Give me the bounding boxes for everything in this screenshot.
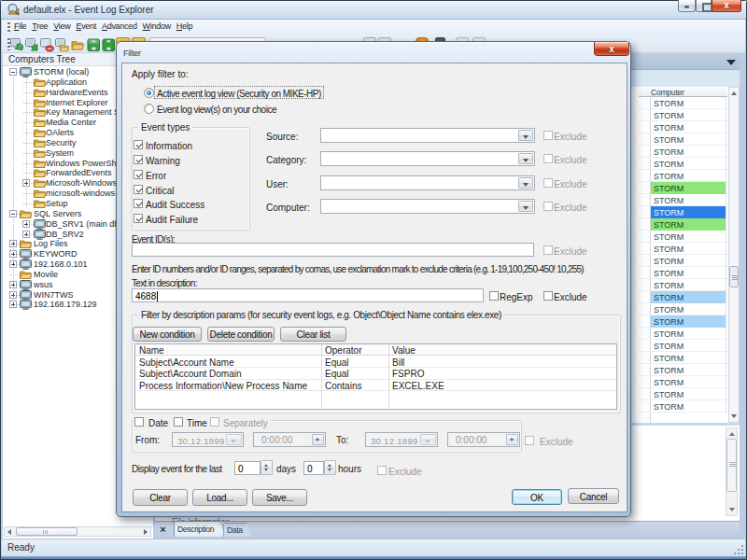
separately-checkbox[interactable] [210, 417, 219, 427]
to-date-dropdown[interactable] [420, 434, 436, 445]
time-checkbox[interactable] [174, 417, 183, 427]
menu-item[interactable]: View [50, 20, 73, 35]
grid-row[interactable]: STORM [639, 243, 727, 255]
from-time-input[interactable]: 0:00:00 [253, 432, 326, 447]
save-file-green-icon[interactable] [102, 38, 116, 52]
tree-expander[interactable] [9, 210, 17, 217]
grid-row[interactable]: STORM [639, 121, 727, 133]
open-log-computer-icon[interactable] [10, 38, 24, 52]
tree-expander[interactable] [9, 291, 17, 299]
scroll-up-icon[interactable] [731, 91, 737, 95]
resize-grip[interactable] [734, 545, 743, 554]
grid-row[interactable]: STORM [639, 279, 727, 291]
event-type-label[interactable]: Audit Failure [146, 215, 198, 225]
tree-expander[interactable] [9, 250, 17, 258]
scroll-down-icon[interactable] [731, 414, 737, 418]
close-window-button[interactable]: x [712, 0, 741, 12]
grid-row[interactable]: STORM [639, 182, 727, 194]
dialog-close-button[interactable]: x [594, 42, 629, 56]
event-id-exclude-checkbox[interactable] [543, 245, 553, 255]
tree-expander[interactable] [22, 179, 30, 187]
connect-computer-icon[interactable] [25, 38, 39, 52]
grid-column-computer[interactable]: Computer [651, 88, 684, 97]
combo-dropdown-button[interactable] [518, 153, 533, 164]
event-type-checkbox[interactable] [134, 155, 143, 164]
hours-spinner[interactable] [324, 460, 336, 475]
cancel-button[interactable]: Cancel [568, 488, 619, 504]
from-time-spinner[interactable] [312, 434, 324, 445]
tree-expander[interactable] [9, 260, 17, 268]
condition-row[interactable]: Subject\Account Name Equal Bill [135, 357, 616, 369]
event-type-checkbox[interactable] [134, 185, 143, 194]
text-exclude-label[interactable]: Exclude [554, 292, 587, 302]
delete-condition-button[interactable]: Delete condition [207, 327, 275, 342]
col-name[interactable]: Name [135, 344, 321, 356]
from-date-dropdown[interactable] [226, 434, 242, 445]
open-file-icon[interactable] [71, 38, 85, 52]
datetime-exclude-checkbox[interactable] [525, 436, 534, 445]
event-type-checkbox[interactable] [134, 140, 143, 149]
tree-expander[interactable] [9, 240, 17, 247]
exclude-checkbox[interactable] [543, 131, 553, 140]
menu-item[interactable]: Advanced [99, 20, 140, 35]
event-type-checkbox[interactable] [134, 214, 143, 223]
to-time-input[interactable]: 0:00:00 [447, 432, 520, 447]
new-condition-button[interactable]: New condition [133, 327, 202, 342]
grid-row[interactable]: STORM [639, 97, 727, 109]
grid-row[interactable]: STORM [639, 291, 727, 303]
clear-list-button[interactable]: Clear list [280, 327, 346, 342]
description-scrollbar[interactable] [726, 427, 738, 516]
save-button[interactable]: Save... [252, 489, 307, 506]
tab-description[interactable]: Description [174, 521, 225, 537]
grid-row[interactable]: STORM [639, 364, 727, 376]
radio-active-view-label[interactable]: Active event log view (Security on MIKE-… [157, 89, 321, 99]
regexp-label[interactable]: RegExp [500, 292, 533, 302]
event-type-checkbox[interactable] [134, 170, 143, 179]
desc-scroll-up-icon[interactable] [729, 432, 735, 436]
time-label[interactable]: Time [185, 418, 209, 428]
disconnect-computer-icon[interactable] [40, 38, 54, 52]
minimize-button[interactable] [678, 0, 696, 12]
event-type-label[interactable]: Error [146, 171, 166, 181]
ok-button[interactable]: OK [512, 489, 562, 505]
tree-expander[interactable] [22, 220, 30, 228]
days-spinner[interactable] [261, 460, 273, 475]
combo-input[interactable] [320, 128, 535, 143]
condition-row[interactable]: Process Information\New Process Name Con… [135, 380, 616, 392]
event-id-input[interactable] [132, 243, 534, 257]
date-label[interactable]: Date [147, 418, 170, 428]
combo-dropdown-button[interactable] [518, 201, 533, 212]
col-value[interactable]: Value [388, 344, 618, 356]
combo-dropdown-button[interactable] [518, 177, 533, 189]
col-operator[interactable]: Operator [321, 344, 388, 356]
tree-horizontal-scrollbar[interactable] [4, 526, 151, 537]
menu-item[interactable]: File [11, 20, 29, 35]
clear-button[interactable]: Clear [133, 489, 188, 506]
exclude-checkbox[interactable] [543, 178, 553, 188]
scroll-left-icon[interactable] [7, 529, 11, 535]
grid-vertical-scrollbar[interactable] [728, 87, 740, 423]
radio-choice-view[interactable] [144, 104, 154, 114]
grid-row[interactable]: STORM [639, 315, 727, 328]
text-exclude-checkbox[interactable] [543, 291, 553, 301]
grid-row[interactable]: STORM [639, 206, 727, 218]
load-button[interactable]: Load... [192, 489, 247, 506]
grid-row[interactable]: STORM [639, 388, 727, 400]
grid-row[interactable]: STORM [639, 328, 727, 340]
description-scrollbar-thumb[interactable] [726, 439, 737, 492]
event-type-label[interactable]: Warning [146, 156, 180, 166]
display-exclude-checkbox[interactable] [377, 466, 387, 475]
event-type-label[interactable]: Audit Success [146, 200, 204, 210]
grid-row[interactable]: STORM [639, 340, 727, 352]
hours-input[interactable]: 0 [303, 461, 324, 475]
radio-choice-view-label[interactable]: Event log view(s) on your choice [157, 105, 276, 115]
save-log-green-icon[interactable] [87, 38, 101, 52]
grid-scrollbar-thumb[interactable] [729, 266, 739, 287]
exclude-checkbox[interactable] [543, 202, 553, 211]
grid-row[interactable]: STORM [639, 194, 727, 206]
tree-expander[interactable] [9, 301, 17, 308]
grid-row[interactable]: STORM [639, 303, 727, 315]
text-in-description-input[interactable]: 4688 [132, 288, 484, 302]
menu-item[interactable]: Window [140, 20, 174, 35]
grid-row[interactable]: STORM [639, 170, 727, 182]
